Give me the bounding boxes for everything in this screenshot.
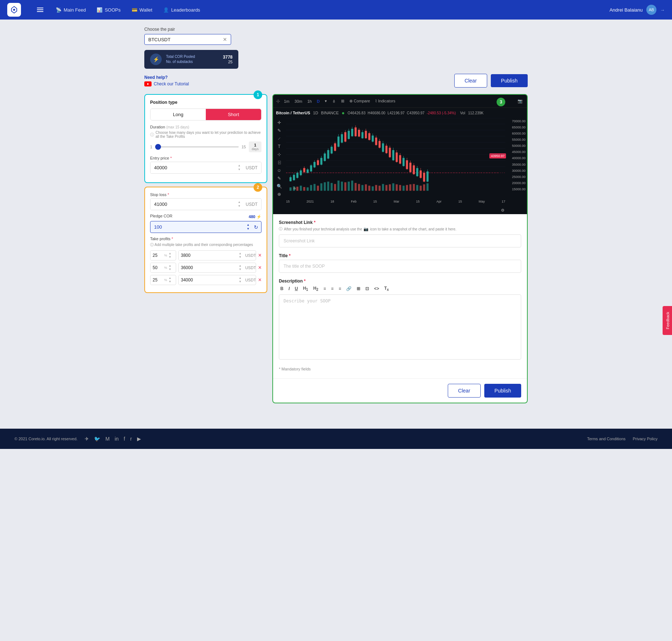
logo[interactable] bbox=[7, 3, 21, 17]
tp-price-input-2[interactable] bbox=[179, 263, 237, 272]
desc-align[interactable]: ≡ bbox=[337, 285, 343, 292]
tp-price-down-2[interactable]: ▼ bbox=[239, 268, 242, 271]
crosshair-icon[interactable]: ✛ bbox=[276, 98, 280, 104]
pencil-tool[interactable]: ✎ bbox=[277, 128, 281, 133]
nav-item-main-feed[interactable]: 📡 Main Feed bbox=[56, 7, 86, 13]
screenshot-tool[interactable]: 📷 bbox=[516, 98, 524, 104]
avatar[interactable]: AB bbox=[646, 5, 656, 15]
hamburger-menu[interactable] bbox=[35, 6, 45, 13]
pair-clear-button[interactable]: ✕ bbox=[223, 37, 227, 42]
clear-button-top[interactable]: Clear bbox=[454, 74, 487, 88]
chart-settings-icon[interactable]: ⚙ bbox=[501, 208, 505, 213]
entry-price-down[interactable]: ▼ bbox=[238, 168, 241, 171]
chart-type-candle[interactable]: 🕯 bbox=[331, 98, 337, 104]
zoom-tool[interactable]: 🔍 bbox=[277, 184, 282, 189]
desc-video[interactable]: ⊡ bbox=[364, 285, 370, 292]
desc-h1[interactable]: H1 bbox=[302, 285, 310, 292]
compare-btn[interactable]: ⊕ Compare bbox=[348, 98, 371, 104]
tp-pct-down-3[interactable]: ▼ bbox=[169, 280, 171, 284]
timeframe-more[interactable]: ▾ bbox=[323, 98, 328, 104]
tp-price-up-1[interactable]: ▲ bbox=[239, 252, 242, 255]
crosshair-tool[interactable]: ✛ bbox=[277, 120, 281, 125]
tp-pct-input-3[interactable] bbox=[150, 275, 163, 285]
long-button[interactable]: Long bbox=[150, 109, 206, 120]
reddit-icon[interactable]: r bbox=[130, 436, 132, 442]
desc-h2[interactable]: H2 bbox=[312, 285, 320, 292]
tp-pct-up-1[interactable]: ▲ bbox=[169, 252, 171, 255]
tp-pct-down-1[interactable]: ▼ bbox=[169, 255, 171, 259]
entry-price-input[interactable] bbox=[150, 162, 236, 173]
tutorial-link[interactable]: Check our Tutorial bbox=[144, 81, 189, 86]
tp-price-up-2[interactable]: ▲ bbox=[239, 264, 242, 268]
measure-tool[interactable]: ✎ bbox=[277, 176, 281, 181]
telegram-icon[interactable]: ✈ bbox=[85, 436, 89, 442]
desc-ol[interactable]: ≡ bbox=[322, 285, 327, 292]
feedback-tab[interactable]: Feedback bbox=[663, 306, 672, 335]
desc-image[interactable]: ⊞ bbox=[355, 285, 362, 292]
nav-item-leaderboards[interactable]: 👤 Leaderboards bbox=[163, 7, 200, 13]
patterns-tool[interactable]: ⌻ bbox=[278, 160, 281, 165]
youtube-icon-footer[interactable]: ▶ bbox=[137, 436, 141, 442]
desc-underline[interactable]: U bbox=[293, 285, 299, 292]
facebook-icon[interactable]: f bbox=[124, 436, 125, 442]
shapes-tool[interactable]: ⊹ bbox=[277, 152, 281, 157]
pair-input[interactable] bbox=[148, 37, 223, 42]
text-tool[interactable]: T bbox=[278, 144, 280, 149]
nav-item-soops[interactable]: 📊 SOOPs bbox=[97, 7, 120, 13]
magnet-tool[interactable]: ⊕ bbox=[277, 192, 281, 197]
stop-loss-input[interactable] bbox=[150, 199, 236, 210]
title-input[interactable] bbox=[279, 260, 521, 273]
desc-ul[interactable]: ≡ bbox=[329, 285, 335, 292]
publish-button-bottom[interactable]: Publish bbox=[484, 384, 521, 398]
tp-pct-up-2[interactable]: ▲ bbox=[169, 264, 171, 268]
stop-loss-down[interactable]: ▼ bbox=[238, 204, 241, 208]
tp-price-input-1[interactable] bbox=[179, 251, 237, 260]
stop-loss-up[interactable]: ▲ bbox=[238, 200, 241, 204]
privacy-link[interactable]: Privacy Policy bbox=[633, 437, 658, 441]
tp-remove-3[interactable]: × bbox=[258, 277, 261, 283]
nav-item-wallet[interactable]: 💳 Wallet bbox=[132, 7, 153, 13]
publish-button-top[interactable]: Publish bbox=[491, 74, 528, 87]
indicators-btn[interactable]: ⌇ Indicators bbox=[374, 98, 397, 104]
screenshot-input[interactable] bbox=[279, 234, 521, 247]
refresh-icon[interactable]: ↻ bbox=[251, 224, 261, 230]
timeframe-1h[interactable]: 1h bbox=[306, 98, 313, 104]
tp-remove-2[interactable]: × bbox=[258, 264, 261, 271]
chart-area[interactable]: 3 ✛ 1m 30m 1h D ▾ 🕯 ⊞ ⊕ Compare ⌇ Indica… bbox=[273, 95, 527, 214]
tp-price-down-1[interactable]: ▼ bbox=[239, 255, 242, 259]
short-button[interactable]: Short bbox=[206, 109, 261, 120]
description-textarea[interactable] bbox=[279, 294, 521, 360]
svg-rect-134 bbox=[423, 184, 425, 191]
desc-link[interactable]: 🔗 bbox=[345, 285, 353, 292]
pledge-up[interactable]: ▲ bbox=[247, 223, 250, 227]
terms-link[interactable]: Terms and Conditions bbox=[587, 437, 625, 441]
twitter-icon[interactable]: 🐦 bbox=[94, 436, 100, 442]
timeframe-1m[interactable]: 1m bbox=[282, 98, 291, 104]
timeframe-30m[interactable]: 30m bbox=[293, 98, 303, 104]
tp-price-up-3[interactable]: ▲ bbox=[239, 276, 242, 280]
timeframe-D[interactable]: D bbox=[315, 98, 321, 104]
svg-rect-130 bbox=[409, 184, 412, 191]
duration-slider[interactable] bbox=[155, 146, 239, 148]
chart-type-bar[interactable]: ⊞ bbox=[340, 98, 346, 104]
desc-italic[interactable]: I bbox=[287, 285, 291, 292]
desc-bold[interactable]: B bbox=[279, 285, 285, 292]
linkedin-icon[interactable]: in bbox=[115, 436, 119, 442]
desc-clear-format[interactable]: Tx bbox=[383, 285, 390, 292]
tp-price-input-3[interactable] bbox=[179, 275, 237, 285]
pledge-input[interactable] bbox=[150, 221, 245, 233]
entry-price-up[interactable]: ▲ bbox=[238, 164, 241, 167]
tp-pct-up-3[interactable]: ▲ bbox=[169, 276, 171, 280]
tp-remove-1[interactable]: × bbox=[258, 252, 261, 259]
tp-pct-input-1[interactable] bbox=[150, 251, 163, 260]
emoji-tool[interactable]: ☺ bbox=[277, 168, 281, 173]
tp-pct-down-2[interactable]: ▼ bbox=[169, 268, 171, 271]
logout-icon[interactable]: → bbox=[660, 7, 665, 13]
clear-button-bottom[interactable]: Clear bbox=[448, 384, 481, 398]
pledge-down[interactable]: ▼ bbox=[247, 227, 250, 231]
tp-pct-input-2[interactable] bbox=[150, 263, 163, 272]
medium-icon[interactable]: M bbox=[105, 436, 110, 442]
trendline-tool[interactable]: ⟋ bbox=[277, 136, 281, 141]
tp-price-down-3[interactable]: ▼ bbox=[239, 280, 242, 284]
desc-code[interactable]: <> bbox=[373, 285, 380, 292]
